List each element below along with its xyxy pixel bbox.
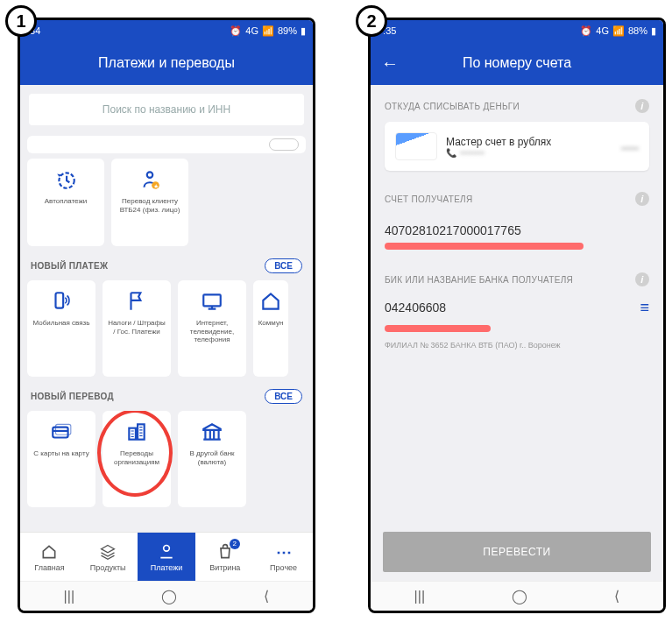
- tile-autopay[interactable]: Автоплатежи: [27, 159, 104, 246]
- content-area: Автоплатежи ★ Перевод клиенту ВТБ24 (физ…: [20, 131, 313, 532]
- from-label-row: ОТКУДА СПИСЫВАТЬ ДЕНЬГИ i: [385, 99, 649, 113]
- signal-icon: 📶: [262, 25, 274, 37]
- android-nav: ||| ◯ ⟨: [20, 581, 313, 611]
- tile-other-bank[interactable]: В другой банк (валюта): [178, 411, 246, 507]
- svg-rect-4: [56, 293, 64, 307]
- all-button[interactable]: ВСЕ: [265, 258, 302, 273]
- info-icon[interactable]: i: [635, 192, 649, 206]
- phone-waves-icon: [49, 289, 74, 314]
- nav-more[interactable]: ⋯ Прочее: [254, 533, 313, 581]
- svg-text:★: ★: [153, 183, 159, 189]
- tile-internet[interactable]: Интернет, телевидение, телефония: [178, 280, 246, 377]
- status-bar: :34 ⏰ 4G 📶 89% ▮: [20, 20, 313, 41]
- phone-icon: 📞: [446, 148, 456, 158]
- bank-branch-info: ФИЛИАЛ № 3652 БАНКА ВТБ (ПАО) г.. Вороне…: [371, 337, 663, 350]
- showcase-badge: 2: [230, 539, 240, 549]
- redaction-bar: [385, 243, 584, 250]
- list-icon[interactable]: ≡: [640, 299, 649, 317]
- tile-label: Коммун: [258, 319, 284, 328]
- battery-icon: ▮: [651, 25, 656, 37]
- section-title: НОВЫЙ ПЕРЕВОД: [31, 392, 114, 401]
- flag-icon: [124, 289, 149, 314]
- cards-icon: [49, 420, 74, 444]
- home-sys-icon[interactable]: ◯: [161, 588, 177, 604]
- tile-label: Переводы организациям: [106, 449, 167, 466]
- nav-payments[interactable]: Платежи: [138, 533, 196, 581]
- section-header-newpay: НОВЫЙ ПЛАТЕЖ ВСЕ: [27, 246, 306, 280]
- tile-vtb-client[interactable]: ★ Перевод клиенту ВТБ24 (физ. лицо): [111, 159, 188, 246]
- phone-screen-2: 7:35 ⏰ 4G 📶 88% ▮ ← По номеру счета ОТКУ…: [368, 18, 666, 613]
- tile-card-to-card[interactable]: С карты на карту: [27, 411, 95, 507]
- tile-label: Налоги / Штрафы / Гос. Платежи: [106, 319, 167, 336]
- search-input[interactable]: Поиск по названию и ИНН: [29, 94, 304, 125]
- home-icon: [39, 542, 59, 562]
- nav-home[interactable]: Главная: [20, 533, 79, 581]
- bag-icon: 2: [216, 542, 235, 562]
- tile-taxes[interactable]: Налоги / Штрафы / Гос. Платежи: [103, 280, 171, 377]
- svg-rect-9: [138, 424, 145, 439]
- tile-label: С карты на карту: [33, 449, 88, 458]
- bottom-nav: Главная Продукты Платежи 2 Витрина: [20, 532, 313, 581]
- tile-label: Автоплатежи: [45, 197, 87, 206]
- android-nav: ||| ◯ ⟨: [371, 581, 663, 611]
- clock-refresh-icon: [53, 167, 78, 192]
- step-badge-1: 1: [5, 5, 37, 37]
- back-icon[interactable]: ←: [381, 53, 399, 74]
- pill-ghost: [269, 138, 299, 151]
- from-label: ОТКУДА СПИСЫВАТЬ ДЕНЬГИ: [385, 102, 520, 111]
- battery-icon: ▮: [301, 25, 306, 37]
- tile-label: Мобильная связь: [33, 319, 90, 328]
- bank-icon: [200, 420, 224, 444]
- svg-point-1: [147, 172, 153, 178]
- all-button[interactable]: ВСЕ: [265, 389, 302, 404]
- nav-label: Платежи: [151, 563, 183, 572]
- home-sys-icon[interactable]: ◯: [512, 588, 527, 604]
- tile-org-transfer[interactable]: Переводы организациям: [103, 411, 171, 507]
- tile-label: Перевод клиенту ВТБ24 (физ. лицо): [115, 197, 185, 214]
- tile-label: В другой банк (валюта): [181, 449, 243, 466]
- alarm-icon: ⏰: [230, 25, 242, 37]
- person-circle-icon: [157, 542, 176, 562]
- back-sys-icon[interactable]: ⟨: [614, 588, 619, 604]
- layers-icon: [98, 542, 117, 562]
- svg-rect-6: [53, 428, 67, 438]
- signal-icon: 📶: [612, 25, 625, 37]
- info-icon[interactable]: i: [635, 272, 649, 286]
- page-title: Платежи и переводы: [98, 55, 235, 71]
- step-badge-2: 2: [356, 5, 387, 37]
- alarm-icon: ⏰: [580, 25, 592, 37]
- tile-label: Интернет, телевидение, телефония: [181, 319, 243, 344]
- source-account-card[interactable]: Мастер счет в рублях 📞 •••••••• ▬▬: [385, 122, 649, 171]
- buildings-icon: [124, 420, 149, 444]
- recent-icon[interactable]: |||: [64, 589, 74, 604]
- recipient-account-input[interactable]: 40702810217000017765: [385, 218, 649, 243]
- monitor-icon: [200, 289, 224, 314]
- app-bar: Платежи и переводы: [20, 41, 313, 85]
- status-bar: 7:35 ⏰ 4G 📶 88% ▮: [371, 20, 663, 41]
- redaction-bar: [385, 325, 491, 332]
- bik-input[interactable]: 042406608: [385, 295, 446, 320]
- battery-text: 88%: [628, 25, 647, 36]
- account-balance: ▬▬: [621, 142, 639, 152]
- tile-utilities[interactable]: Коммун: [253, 280, 288, 377]
- network-label: 4G: [245, 25, 258, 36]
- recipient-label: СЧЕТ ПОЛУЧАТЕЛЯ: [385, 194, 473, 204]
- transfer-button[interactable]: ПЕРЕВЕСТИ: [383, 532, 651, 572]
- app-bar: ← По номеру счета: [371, 41, 663, 85]
- battery-text: 89%: [278, 25, 297, 36]
- card-thumb-icon: [395, 132, 437, 160]
- tile-mobile[interactable]: Мобильная связь: [27, 280, 95, 377]
- nav-products[interactable]: Продукты: [79, 533, 138, 581]
- nav-label: Прочее: [270, 563, 297, 572]
- back-sys-icon[interactable]: ⟨: [264, 588, 269, 604]
- bik-label: БИК ИЛИ НАЗВАНИЕ БАНКА ПОЛУЧАТЕЛЯ: [385, 275, 573, 285]
- nav-showcase[interactable]: 2 Витрина: [195, 533, 254, 581]
- house-icon: [258, 289, 283, 314]
- nav-label: Главная: [34, 563, 64, 572]
- svg-point-10: [164, 545, 170, 551]
- section-title: НОВЫЙ ПЛАТЕЖ: [31, 261, 108, 271]
- cutoff-card: [27, 136, 306, 153]
- info-icon[interactable]: i: [635, 99, 649, 113]
- recent-icon[interactable]: |||: [414, 589, 425, 604]
- account-name: Мастер счет в рублях: [446, 136, 551, 148]
